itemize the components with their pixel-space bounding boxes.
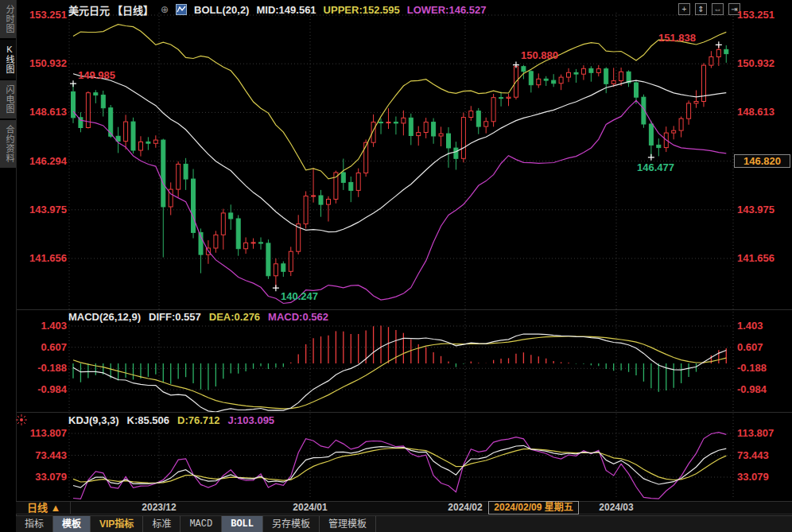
go-to-latest-icon[interactable]: ⇥ (728, 3, 740, 15)
period-tag: 【日线】 (112, 2, 153, 17)
boll-lower-value: LOWER:146.527 (407, 4, 487, 16)
macd-title[interactable]: MACD(26,12,9) (68, 311, 141, 323)
extreme-marker-icon (648, 154, 654, 161)
macd-value: MACD:0.562 (268, 311, 328, 323)
chart-canvas[interactable]: 149.985140.247150.880146.477151.838 (0, 0, 792, 532)
candlestick-layer (72, 25, 728, 304)
extreme-marker-icon (716, 41, 722, 48)
sidebar-item-timeshare[interactable]: 分时图 (0, 0, 16, 38)
kdj-title[interactable]: KDJ(9,3,3) (68, 414, 119, 426)
extreme-marker-icon (273, 285, 279, 291)
toolbar-template[interactable]: 模板 (53, 516, 91, 532)
kdj-j-value: J:103.095 (228, 414, 275, 426)
price-annotation: 140.247 (281, 290, 318, 302)
indicator-chart-icon[interactable] (176, 4, 187, 15)
toolbar-save-template[interactable]: 另存模板 (263, 516, 320, 532)
vertical-scale-icon[interactable]: ⇕ (695, 3, 707, 15)
macd-header: MACD(26,12,9) DIFF:0.557 DEA:0.276 MACD:… (68, 311, 328, 323)
expand-circle-icon[interactable]: ⊕ (161, 4, 169, 15)
kdj-layer (73, 433, 726, 499)
sidebar-item-kline[interactable]: K线图 (0, 40, 16, 79)
toolbar-standard[interactable]: 标准 (143, 516, 181, 532)
price-annotation: 150.880 (521, 49, 558, 61)
price-annotation: 151.838 (658, 32, 696, 44)
price-annotation: 149.985 (78, 69, 115, 81)
extreme-marker-icon (70, 80, 76, 87)
chart-app: 149.985140.247150.880146.477151.838 分时图 … (0, 0, 792, 532)
toolbar-vip-indicator[interactable]: VIP指标 (91, 516, 143, 532)
date-label: 2024/02 (440, 502, 491, 514)
price-tag: 146.820 (734, 154, 790, 168)
kdj-header: KDJ(9,3,3) K:85.506 D:76.712 J:103.095 (68, 414, 274, 426)
date-label: 2024/01 (285, 502, 336, 514)
date-axis: 日线 ▲ 2024/02/09 星期五 2023/122024/012024/0… (16, 501, 792, 515)
date-label: 2024/03 (591, 502, 642, 514)
bottom-toolbar: 指标 模板 VIP指标 标准 MACD BOLL 另存模板 管理模板 (16, 515, 792, 532)
chart-type-sidebar: 分时图 K线图 闪电图 合约资料 (0, 0, 17, 532)
boll-mid-value: MID:149.561 (256, 4, 316, 16)
chart-header: 美元日元 【日线】 ⊕ BOLL(20,2) MID:149.561 UPPER… (68, 2, 486, 17)
period-selector[interactable]: 日线 ▲ (27, 502, 60, 514)
crosshair-icon[interactable]: + (678, 3, 690, 15)
kdj-k-value: K:85.506 (127, 414, 169, 426)
boll-upper-value: UPPER:152.595 (324, 4, 400, 16)
divider (70, 502, 71, 514)
toolbar-boll[interactable]: BOLL (222, 516, 263, 532)
sidebar-item-lightning[interactable]: 闪电图 (0, 80, 16, 118)
toolbar-manage-template[interactable]: 管理模板 (320, 516, 376, 532)
indicator-settings-icon[interactable] (16, 414, 27, 425)
symbol-title: 美元日元 (68, 2, 110, 17)
toolbar-macd[interactable]: MACD (181, 516, 222, 532)
kdj-d-value: D:76.712 (177, 414, 219, 426)
date-label: 2023/12 (134, 502, 184, 514)
horizontal-scale-icon[interactable]: ⇔ (712, 3, 724, 15)
toolbar-indicator[interactable]: 指标 (16, 516, 53, 532)
annotation-layer: 149.985140.247150.880146.477151.838 (70, 32, 722, 302)
cursor-date-tag: 2024/02/09 星期五 (488, 501, 579, 515)
macd-diff-value: DIFF:0.557 (149, 311, 201, 323)
macd-dea-value: DEA:0.276 (209, 311, 260, 323)
price-annotation: 146.477 (637, 161, 674, 173)
chart-tools: + ⇕ ⇔ ⇥ (678, 3, 740, 15)
sidebar-item-contract-info[interactable]: 合约资料 (0, 120, 16, 168)
boll-indicator-label[interactable]: BOLL(20,2) (194, 4, 249, 16)
